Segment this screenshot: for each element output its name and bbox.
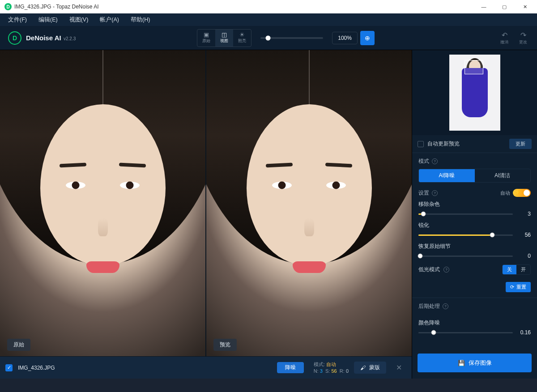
preview-label: 预览 bbox=[213, 339, 237, 351]
undo-button[interactable]: ↶撤消 bbox=[497, 31, 512, 45]
menubar: 文件(F) 编辑(E) 视图(V) 帐户(A) 帮助(H) bbox=[0, 13, 537, 26]
zoom-magnifier-button[interactable]: ⊕ bbox=[360, 31, 375, 45]
window-controls: ― ▢ ✕ bbox=[473, 0, 535, 13]
help-icon[interactable]: ? bbox=[443, 303, 448, 309]
sharpen-label: 锐化 bbox=[418, 222, 531, 229]
dismiss-button[interactable]: ✕ bbox=[392, 363, 406, 372]
navigator-panel bbox=[412, 50, 537, 135]
remove-noise-value: 3 bbox=[517, 211, 531, 217]
viewer: 原始 预览 ✓ IMG_4326.JPG 降噪 模式: 自动 N: 3 S: 5… bbox=[0, 50, 412, 379]
settings-label: 设置 bbox=[418, 189, 429, 197]
window-title: IMG_4326.JPG - Topaz DeNoise AI bbox=[14, 4, 99, 10]
auto-preview-label: 自动更新预览 bbox=[427, 140, 460, 148]
save-image-button[interactable]: 💾保存图像 bbox=[418, 354, 532, 372]
app-version: v2.2.3 bbox=[64, 36, 76, 41]
redo-button[interactable]: ↷更改 bbox=[516, 31, 531, 45]
view-single-button[interactable]: ▣原始 bbox=[197, 30, 215, 47]
tab-ai-clear[interactable]: AI清洁 bbox=[475, 169, 531, 182]
mode-section-label: 模式 bbox=[418, 158, 429, 165]
save-icon: 💾 bbox=[458, 360, 465, 366]
titlebar: IMG_4326.JPG - Topaz DeNoise AI ― ▢ ✕ bbox=[0, 0, 537, 13]
app-icon bbox=[4, 3, 12, 10]
post-process-label: 后期处理 bbox=[418, 303, 440, 310]
view-light-button[interactable]: ☀照亮 bbox=[233, 30, 251, 47]
file-checkbox[interactable]: ✓ bbox=[5, 364, 13, 371]
compare-view[interactable]: 原始 预览 bbox=[0, 50, 412, 356]
reset-button[interactable]: ⟳重置 bbox=[506, 282, 531, 292]
recover-detail-slider[interactable] bbox=[418, 256, 513, 257]
color-denoise-label: 颜色降噪 bbox=[418, 319, 531, 327]
low-light-label: 低光模式 bbox=[418, 266, 440, 273]
sidebar: 自动更新预览 更新 模式? AI降噪 AI清洁 设置? 自动 ⚡ 移除杂色 3 … bbox=[412, 50, 537, 379]
close-button[interactable]: ✕ bbox=[515, 0, 535, 13]
menu-help[interactable]: 帮助(H) bbox=[125, 15, 155, 25]
brightness-slider[interactable] bbox=[260, 37, 323, 39]
mode-tabs: AI降噪 AI清洁 bbox=[418, 169, 531, 183]
preview-pane[interactable]: 预览 bbox=[206, 50, 412, 356]
brand: D DeNoise AI v2.2.3 bbox=[0, 31, 84, 45]
main: 原始 预览 ✓ IMG_4326.JPG 降噪 模式: 自动 N: 3 S: 5… bbox=[0, 50, 537, 379]
tab-ai-denoise[interactable]: AI降噪 bbox=[419, 169, 475, 182]
color-denoise-slider[interactable] bbox=[418, 332, 513, 333]
brush-icon: 🖌 bbox=[360, 365, 366, 371]
remove-noise-label: 移除杂色 bbox=[418, 200, 531, 208]
help-icon[interactable]: ? bbox=[432, 190, 438, 196]
menu-view[interactable]: 视图(V) bbox=[64, 15, 94, 25]
denoise-pill[interactable]: 降噪 bbox=[277, 362, 304, 373]
mask-button[interactable]: 🖌蒙版 bbox=[354, 362, 386, 374]
menu-account[interactable]: 帐户(A) bbox=[94, 15, 124, 25]
view-mode-group: ▣原始 ◫视图 ☀照亮 bbox=[197, 29, 251, 47]
low-light-on[interactable]: 开 bbox=[516, 265, 530, 274]
update-button[interactable]: 更新 bbox=[509, 139, 532, 149]
auto-preview-checkbox[interactable] bbox=[418, 141, 424, 147]
sharpen-value: 56 bbox=[517, 232, 531, 238]
remove-noise-slider[interactable] bbox=[418, 213, 513, 215]
low-light-off[interactable]: 关 bbox=[503, 265, 516, 274]
navigator-viewport[interactable] bbox=[465, 60, 483, 74]
recover-detail-value: 0 bbox=[517, 253, 531, 259]
maximize-button[interactable]: ▢ bbox=[494, 0, 515, 13]
menu-file[interactable]: 文件(F) bbox=[3, 15, 32, 25]
view-split-button[interactable]: ◫视图 bbox=[215, 30, 233, 47]
filename: IMG_4326.JPG bbox=[18, 365, 55, 371]
original-label: 原始 bbox=[7, 339, 30, 351]
bottom-bar: ✓ IMG_4326.JPG 降噪 模式: 自动 N: 3 S: 56 R: 0… bbox=[0, 356, 412, 379]
app-logo-icon: D bbox=[8, 31, 21, 45]
menu-edit[interactable]: 编辑(E) bbox=[33, 15, 63, 25]
navigator-thumb[interactable] bbox=[449, 55, 500, 131]
minimize-button[interactable]: ― bbox=[473, 0, 494, 13]
color-denoise-value: 0.16 bbox=[517, 329, 531, 336]
toolbar: D DeNoise AI v2.2.3 ▣原始 ◫视图 ☀照亮 100% ⊕ ↶… bbox=[0, 26, 537, 50]
auto-toggle[interactable]: ⚡ bbox=[513, 189, 531, 197]
auto-label: 自动 bbox=[500, 190, 510, 196]
refresh-icon: ⟳ bbox=[510, 284, 514, 290]
help-icon[interactable]: ? bbox=[443, 267, 449, 273]
mode-info: 模式: 自动 N: 3 S: 56 R: 0 bbox=[314, 361, 349, 374]
zoom-value[interactable]: 100% bbox=[332, 32, 358, 44]
recover-detail-label: 恢复原始细节 bbox=[418, 243, 531, 250]
app-name: DeNoise AI bbox=[26, 34, 61, 42]
help-icon[interactable]: ? bbox=[432, 158, 438, 164]
original-pane[interactable]: 原始 bbox=[0, 50, 205, 356]
sharpen-slider[interactable] bbox=[418, 234, 513, 236]
